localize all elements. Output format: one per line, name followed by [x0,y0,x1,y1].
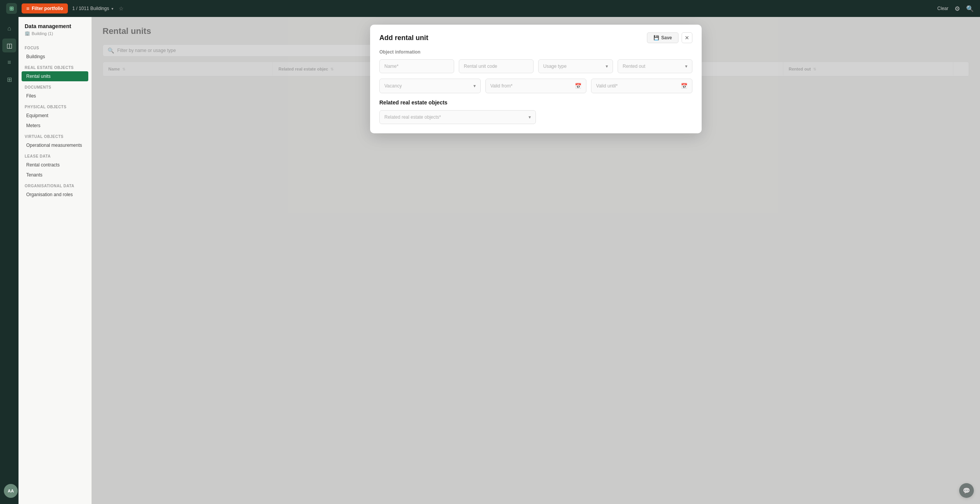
chevron-down-icon-3: ▾ [473,83,476,89]
star-icon[interactable]: ☆ [119,5,124,12]
sidebar-section-organisational: Organisational data [19,180,91,190]
sidebar-item-organisation-roles[interactable]: Organisation and roles [19,190,91,200]
building-icon: 🏢 [25,31,30,36]
sidebar-title: Data management [19,23,91,31]
nav-list-icon[interactable]: ⊞ [2,72,16,86]
sidebar-breadcrumb: 🏢 Building (1) [19,31,91,42]
buildings-selector[interactable]: 1 / 1011 Buildings ▾ [72,6,113,11]
chevron-down-icon: ▾ [111,7,113,11]
usage-type-field[interactable]: Usage type ▾ [538,59,613,73]
rental-unit-code-input[interactable] [464,64,529,69]
vacancy-label: Vacancy [384,83,402,89]
sidebar-item-operational-measurements[interactable]: Operational measurements [19,140,91,150]
form-row-1: Usage type ▾ Rented out ▾ [379,59,692,73]
sidebar-item-tenants[interactable]: Tenants [19,170,91,180]
sidebar-item-files[interactable]: Files [19,91,91,101]
valid-until-field[interactable]: 📅 [591,79,692,93]
filter-icon[interactable]: ⚙ [955,5,960,12]
modal-header-actions: 💾 Save ✕ [647,32,692,43]
related-section-title: Related real estate objects [379,99,692,106]
save-icon: 💾 [653,35,659,40]
chevron-down-icon-4: ▾ [529,114,531,120]
close-button[interactable]: ✕ [682,32,692,43]
sidebar-section-real-estate: Real estate objects [19,62,91,71]
valid-from-field[interactable]: 📅 [485,79,587,93]
sidebar-section-focus: Focus [19,42,91,52]
rented-out-label: Rented out [623,64,645,69]
sidebar-section-lease: Lease data [19,150,91,160]
topbar: ⊞ Filter portfolio 1 / 1011 Buildings ▾ … [0,0,980,17]
name-field[interactable] [379,59,454,73]
app-logo: ⊞ [6,3,17,14]
buildings-count-label: 1 / 1011 Buildings [72,6,109,11]
save-button[interactable]: 💾 Save [647,32,679,43]
modal-overlay: Add rental unit 💾 Save ✕ Object informat… [92,17,980,504]
valid-until-input[interactable] [596,83,681,89]
clear-button[interactable]: Clear [937,6,948,11]
usage-type-label: Usage type [543,64,567,69]
sidebar-section-virtual: Virtual objects [19,131,91,140]
search-icon[interactable]: 🔍 [966,5,974,12]
chevron-down-icon: ▾ [606,64,608,69]
sidebar-item-equipment[interactable]: Equipment [19,111,91,121]
modal-title: Add rental unit [379,34,428,42]
modal-body: Object information Usage type ▾ [370,49,702,133]
vacancy-field[interactable]: Vacancy ▾ [379,79,481,93]
nav-home-icon[interactable]: ⌂ [2,22,16,35]
chevron-down-icon-2: ▾ [685,64,687,69]
main-content: Rental units 🔍 Add ⚙ ⬇ Name ⇅ [92,17,980,504]
rental-unit-code-field[interactable] [459,59,534,73]
sidebar: Data management 🏢 Building (1) Focus Bui… [19,17,92,504]
sidebar-item-buildings[interactable]: Buildings [19,52,91,62]
left-nav: ⌂ ◫ ≡ ⊞ [0,17,19,504]
object-info-label: Object information [379,49,692,55]
sidebar-item-rental-units[interactable]: Rental units [22,71,88,81]
add-rental-unit-modal: Add rental unit 💾 Save ✕ Object informat… [370,25,702,133]
name-input[interactable] [384,64,449,69]
sidebar-item-meters[interactable]: Meters [19,121,91,131]
user-avatar[interactable]: AA [4,484,18,498]
calendar-icon[interactable]: 📅 [575,83,581,89]
related-section: Related real estate objects Related real… [379,99,692,124]
nav-data-icon[interactable]: ◫ [2,39,16,52]
related-objects-field[interactable]: Related real estate objects* ▾ [379,110,536,124]
sidebar-section-physical: Physical objects [19,101,91,111]
nav-chart-icon[interactable]: ≡ [2,55,16,69]
calendar-icon-2[interactable]: 📅 [681,83,687,89]
valid-from-input[interactable] [490,83,575,89]
modal-header: Add rental unit 💾 Save ✕ [370,25,702,49]
filter-portfolio-button[interactable]: Filter portfolio [22,3,68,13]
rented-out-field[interactable]: Rented out ▾ [618,59,692,73]
form-row-2: Vacancy ▾ 📅 📅 [379,79,692,93]
sidebar-section-documents: Documents [19,81,91,91]
related-objects-label: Related real estate objects* [384,114,441,120]
sidebar-item-rental-contracts[interactable]: Rental contracts [19,160,91,170]
